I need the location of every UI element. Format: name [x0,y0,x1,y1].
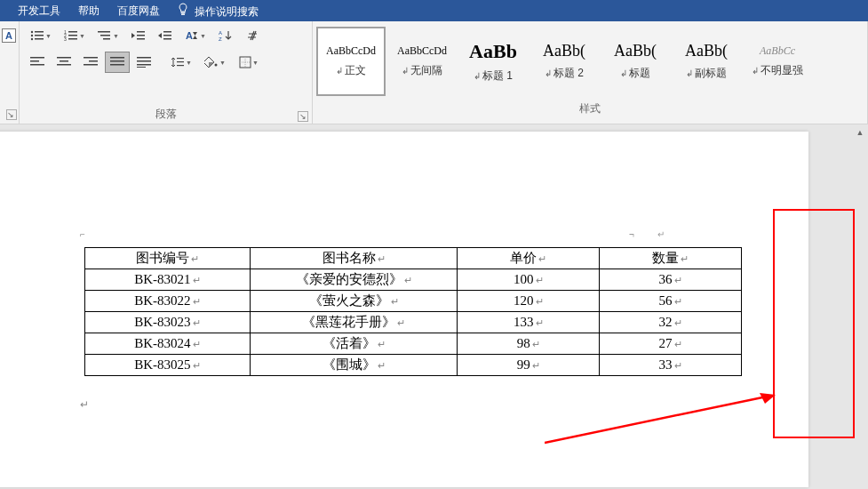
menu-baidu[interactable]: 百度网盘 [117,4,160,19]
svg-rect-37 [137,60,151,62]
table-cell[interactable]: BK-83021↵ [85,269,251,291]
table-cell[interactable]: 27↵ [600,333,742,355]
bullets-button[interactable]: ▼ [25,25,57,46]
table-cell[interactable]: 120↵ [458,291,600,312]
increase-indent-button[interactable] [153,25,178,46]
svg-rect-33 [110,57,124,59]
align-right-button[interactable] [78,52,103,73]
enter-mark-icon: ↵ [193,339,201,349]
svg-rect-39 [137,67,146,68]
table-cell[interactable]: BK-83024↵ [85,333,251,355]
numbering-button[interactable]: 123 ▼ [59,25,91,46]
vertical-scrollbar[interactable]: ▲ [852,124,868,489]
style-card-0[interactable]: AaBbCcDd↲正文 [316,27,386,96]
table-header-cell[interactable]: 数量↵ [600,248,742,269]
tell-me-label: 操作说明搜索 [195,5,259,18]
menu-help[interactable]: 帮助 [78,4,100,19]
table-row: BK-83021↵《亲爱的安德烈》↵100↵36↵ [85,269,742,291]
table-cell[interactable]: BK-83023↵ [85,312,251,333]
dialog-launcher-icon[interactable]: ↘ [6,109,17,120]
borders-button[interactable]: ▼ [233,52,265,73]
svg-rect-30 [84,57,98,59]
table-header-cell[interactable]: 图书编号↵ [85,248,251,269]
svg-point-4 [31,38,33,40]
table-cell[interactable]: 32↵ [600,312,742,333]
paragraph-group-label: 段落 ↘ [20,107,312,124]
menu-tell-me[interactable]: 操作说明搜索 [178,3,259,20]
menu-dev-tools[interactable]: 开发工具 [18,4,60,19]
scroll-up-icon[interactable]: ▲ [852,124,868,140]
style-preview: AaBbCcDd [397,44,447,58]
style-card-6[interactable]: AaBbCc↲不明显强 [743,27,812,96]
style-label: ↲无间隔 [402,63,442,78]
svg-rect-31 [89,60,98,62]
table-cell[interactable]: 《黑莲花手册》↵ [250,312,458,333]
enter-mark-icon: ↵ [378,339,386,349]
lightbulb-icon [178,3,188,15]
style-label: ↲标题 2 [545,66,584,81]
style-card-4[interactable]: AaBb(↲标题 [601,27,670,96]
table-cell[interactable]: 56↵ [600,291,742,312]
table-row: BK-83023↵《黑莲花手册》↵133↵32↵ [85,312,742,333]
svg-rect-34 [110,60,124,62]
align-left-button[interactable] [25,52,50,73]
svg-point-2 [31,35,33,36]
style-label: ↲不明显强 [752,63,803,78]
align-distribute-button[interactable] [131,52,156,73]
enter-mark-icon: ↵ [674,317,682,328]
enter-mark-icon: ↵ [193,275,201,285]
enter-mark-icon: ↵ [397,317,405,328]
table-cell[interactable]: 《活着》↵ [250,333,458,355]
table-cell[interactable]: 100↵ [458,269,600,291]
enter-mark-icon: ↵ [404,275,412,285]
svg-rect-29 [57,64,71,66]
table-cell[interactable]: 《亲爱的安德烈》↵ [250,269,458,291]
table-cell[interactable]: 99↵ [458,355,600,376]
svg-rect-1 [35,31,44,33]
decrease-indent-button[interactable] [126,25,151,46]
enter-mark-icon: ↵ [536,275,544,285]
table-cell[interactable]: 《围城》↵ [250,355,458,376]
table-header-cell[interactable]: 单价↵ [458,248,600,269]
style-label: ↲标题 [620,66,650,81]
svg-rect-5 [35,38,44,40]
table-row: BK-83024↵《活着》↵98↵27↵ [85,333,742,355]
table-cell[interactable]: BK-83025↵ [85,355,251,376]
sort-button[interactable]: AZ [213,25,238,46]
paragraph-group: ▼ 123 ▼ ▼ A ▼ [20,21,313,124]
style-label: ↲标题 1 [474,68,513,84]
table-cell[interactable]: 33↵ [600,355,742,376]
book-table[interactable]: 图书编号↵图书名称↵单价↵数量↵BK-83021↵《亲爱的安德烈》↵100↵36… [84,247,742,376]
style-preview: AaBb( [685,42,728,60]
style-card-3[interactable]: AaBb(↲标题 2 [530,27,599,96]
show-marks-button[interactable] [240,25,265,46]
table-cell[interactable]: 133↵ [458,312,600,333]
asian-layout-button[interactable]: A ▼ [179,25,211,46]
svg-text:Z: Z [219,36,222,42]
styles-group-label: 样式 [313,101,867,118]
table-header-cell[interactable]: 图书名称↵ [250,248,458,269]
dialog-launcher-icon[interactable]: ↘ [298,111,308,122]
svg-rect-26 [30,64,44,66]
style-card-2[interactable]: AaBb↲标题 1 [458,27,528,96]
table-cell[interactable]: 36↵ [600,269,742,291]
svg-rect-20 [163,38,171,40]
text-direction-icon[interactable]: A [2,28,16,43]
style-preview: AaBbCcDd [326,44,376,58]
multilevel-list-button[interactable]: ▼ [92,25,124,46]
enter-mark-icon: ↵ [532,360,540,371]
table-cell[interactable]: BK-83022↵ [85,291,251,312]
shading-button[interactable]: ▼ [199,52,231,73]
style-label: ↲正文 [336,63,366,78]
style-card-1[interactable]: AaBbCcDd↲无间隔 [387,27,457,96]
align-center-button[interactable] [52,52,76,73]
table-cell[interactable]: 《萤火之森》↵ [250,291,458,312]
page[interactable]: ⌐ ¬ ↵ 图书编号↵图书名称↵单价↵数量↵BK-83021↵《亲爱的安德烈》↵… [0,132,808,487]
align-justify-button[interactable] [105,52,130,73]
style-preview: AaBb( [543,42,585,60]
document-area[interactable]: ⌐ ¬ ↵ 图书编号↵图书名称↵单价↵数量↵BK-83021↵《亲爱的安德烈》↵… [0,124,868,489]
style-card-5[interactable]: AaBb(↲副标题 [672,27,741,96]
table-cell[interactable]: 98↵ [458,333,600,355]
svg-text:A: A [219,30,222,36]
line-spacing-button[interactable]: ▼ [165,52,197,73]
